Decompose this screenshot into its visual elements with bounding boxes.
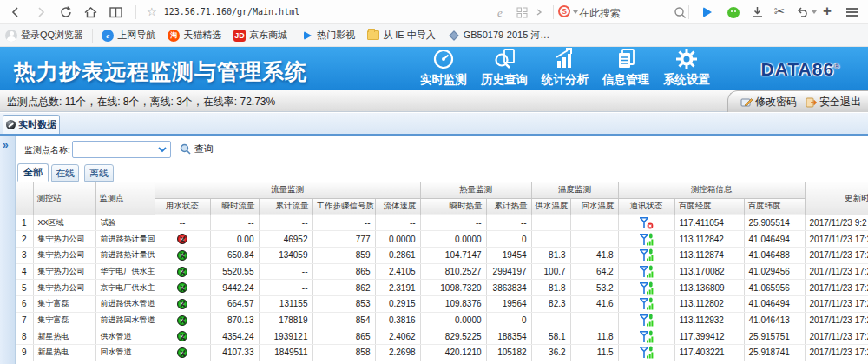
nav-statistics[interactable]: 统计分析 [535,49,595,90]
undo-icon[interactable] [796,6,810,18]
main-panel: 监测点名称: 查询 全部 在线 离线 [16,136,868,364]
monitor-point-select[interactable] [72,141,171,158]
collapse-strip[interactable]: » [0,136,16,364]
table-row[interactable]: 9新星热电回水管道4107.3318495118582.2698420.1210… [16,345,868,361]
tab-realtime-data[interactable]: 实时数据 [3,115,60,134]
col-velocity[interactable]: 流体速度 [375,198,420,215]
bookmark-nav[interactable]: e上网导航 [102,29,155,42]
col-inst-flow[interactable]: 瞬时流量 [210,198,259,215]
menu-icon[interactable] [846,6,858,18]
cell-total-heat: 105182 [486,345,531,361]
col-lng[interactable]: 百度经度 [674,198,744,215]
change-password-button[interactable]: 修改密码 [740,95,797,109]
table-row[interactable]: 3集宁热力公司前进路热计量供650.841340598590.2861104.7… [16,247,868,263]
comm-offline-icon [639,216,654,229]
video-play-icon[interactable] [703,7,712,17]
cell-station: 集宁热力公司 [33,247,95,263]
bookmark-video[interactable]: 热门影视 [301,29,355,42]
home-icon[interactable] [83,5,98,19]
col-inst-heat[interactable]: 瞬时热量 [420,198,486,215]
cell-water-status [155,312,210,328]
favorite-star-icon[interactable]: ☆ [147,5,157,18]
cell-lat: 25.918741 [744,345,805,361]
col-signal[interactable]: 工作步骤信号质 [312,198,375,215]
ie-icon[interactable]: e [497,6,503,20]
table-row[interactable]: 4集宁热力公司华宁电厂供水主5520.55--8652.4105810.2527… [16,263,868,280]
col-return-temp[interactable]: 回水温度 [570,198,618,215]
download-icon[interactable] [751,6,764,18]
cell-velocity: 0.2861 [375,247,420,263]
scissors-icon[interactable]: ✂ [774,3,786,19]
col-comm-status[interactable]: 通讯状态 [618,198,674,215]
sogou-logo-icon[interactable]: S [558,5,570,17]
person-icon [5,30,17,42]
table-row[interactable]: 6集宁富磊前进路供水管道664.571311558530.2915109.837… [16,295,868,312]
bookmark-qq-login[interactable]: 登录QQ浏览器 [5,29,83,42]
col-total-flow[interactable]: 累计流量 [259,198,312,215]
history-search-icon [493,48,516,70]
comm-online-icon [639,314,654,327]
cell-inst-heat: 104.7147 [420,247,486,263]
table-row[interactable]: 8新星热电供水管道4354.2419391218652.4062829.5225… [16,328,868,345]
jd-icon: JD [233,30,246,42]
subtab-online[interactable]: 在线 [51,164,79,182]
nav-history-query[interactable]: 历史查询 [474,49,535,90]
col-lat[interactable]: 百度纬度 [744,198,805,215]
water-status-open-icon [177,299,187,309]
cell-lng: 113.170082 [674,263,744,280]
back-icon[interactable] [9,5,23,19]
col-point[interactable]: 监测点 [95,182,155,215]
cell-station: XX区域 [33,215,95,231]
expand-icon[interactable] [535,7,543,17]
col-update-time[interactable]: 更新时间 [805,182,868,215]
table-row[interactable]: 1XX区域试验--------------117.41105425.905514… [16,215,868,231]
tabs-icon[interactable] [108,5,123,19]
diamond-icon [448,30,460,42]
bookmark-jd[interactable]: JD京东商城 [233,29,287,42]
data86-logo: DATA86® [761,59,840,80]
logout-icon [806,96,817,108]
cell-total-heat: 188354 [486,328,531,345]
cell-return-temp [570,231,618,248]
forward-icon[interactable] [34,5,48,19]
col-supply-temp[interactable]: 供水温度 [531,198,570,215]
account-actions: 修改密码 安全退出 [727,90,868,112]
subtab-all[interactable]: 全部 [17,163,49,182]
wechat-icon[interactable] [727,7,740,18]
col-total-heat[interactable]: 累计热量 [486,198,531,215]
cell-comm-status [618,247,674,263]
search-icon[interactable] [674,6,687,19]
new-tab-icon[interactable]: + [823,3,832,20]
subtab-offline[interactable]: 离线 [84,164,114,182]
cell-comm-status [618,231,674,248]
cell-return-temp [570,312,618,328]
collapse-icon: » [3,139,9,151]
chevron-down-icon[interactable] [155,142,169,156]
cell-supply-temp: 58.1 [531,328,570,345]
bookmark-gb[interactable]: GB50179-2015 河… [448,29,550,42]
search-input[interactable]: 在此搜索 [579,6,621,21]
refresh-icon[interactable] [59,5,73,19]
grid-icon[interactable] [516,7,528,18]
search-engine-caret[interactable] [573,10,578,14]
cell-point: 前进路供水管道 [95,295,155,312]
row-index: 5 [16,280,33,296]
nav-realtime-monitor[interactable]: 实时监测 [413,49,474,90]
table-row[interactable]: 5集宁热力公司京宁电厂供水主9442.24--8622.31911098.732… [16,280,868,296]
table-row[interactable]: 7集宁富磊前进路回水管道870.131788198540.38160.00000… [16,312,868,328]
nav-system-settings[interactable]: 系统设置 [656,49,717,90]
address-bar[interactable]: 123.56.71.160/gr/Main.html [164,7,300,17]
col-station[interactable]: 测控站 [33,182,95,215]
row-index: 6 [16,295,33,312]
nav-info-management[interactable]: 信息管理 [595,49,656,90]
table-row[interactable]: 2集宁热力公司前进路热计量回0.00469527770.00000.000001… [16,231,868,248]
bookmark-import-ie[interactable]: 从 IE 中导入 [367,29,436,42]
data-table-wrap: 测控站 监测点 流量监测 热量监测 温度监测 测控箱信息 更新时间 用水状态 瞬… [16,182,868,364]
cell-station: 新星热电 [33,328,95,345]
group-temp: 温度监测 [531,182,618,198]
logout-button[interactable]: 安全退出 [806,95,861,109]
query-button[interactable]: 查询 [180,142,214,156]
undo-caret[interactable] [812,10,817,14]
col-water-status[interactable]: 用水状态 [155,198,210,215]
bookmark-tmall[interactable]: 淘天猫精选 [168,29,221,42]
